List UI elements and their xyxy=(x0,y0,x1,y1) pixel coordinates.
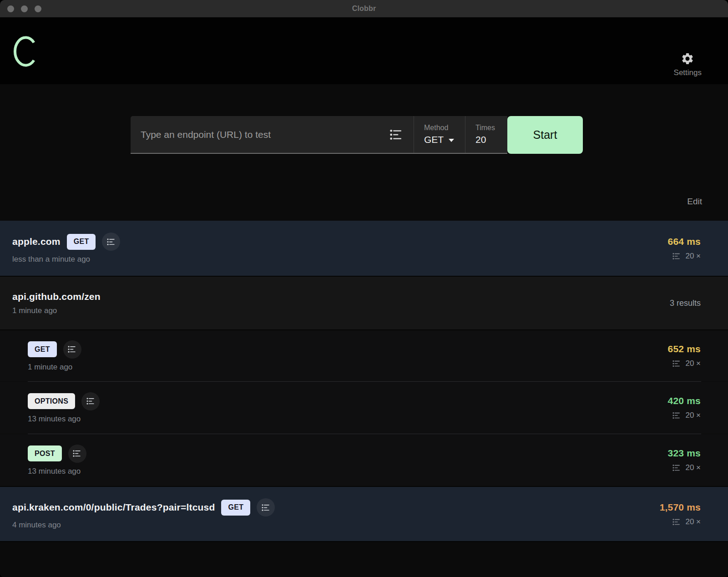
chevron-down-icon xyxy=(449,139,454,142)
duration-value: 323 ms xyxy=(668,448,701,459)
app-window: Clobbr Settings Method xyxy=(0,0,728,577)
gear-icon xyxy=(681,52,694,66)
time-ago: 13 minutes ago xyxy=(28,467,86,476)
iterations-count: 20 × xyxy=(685,252,701,261)
duration-value: 1,570 ms xyxy=(660,502,701,513)
settings-label: Settings xyxy=(674,68,702,77)
time-ago: less than a minute ago xyxy=(12,255,120,264)
method-select[interactable]: Method GET xyxy=(414,116,465,153)
method-value: GET xyxy=(424,134,444,145)
iterations-count: 20 × xyxy=(685,463,701,472)
endpoint-row-kraken[interactable]: api.kraken.com/0/public/Trades?pair=ltcu… xyxy=(0,486,728,541)
times-label: Times xyxy=(475,124,507,132)
result-subrow-options[interactable]: OPTIONS 13 minutes ago 420 ms 20 × xyxy=(0,382,728,434)
iterations-icon xyxy=(672,411,681,420)
endpoint-toolbar: Method GET Times 20 Start xyxy=(131,116,583,154)
results-count: 3 results xyxy=(670,299,701,308)
url-input[interactable] xyxy=(132,129,389,140)
iterations-count: 20 × xyxy=(685,411,701,420)
iterations: 20 × xyxy=(672,463,701,472)
app-header: Settings xyxy=(0,17,728,84)
iterations-icon xyxy=(672,463,681,472)
equalizer-icon xyxy=(72,449,82,458)
result-subrow-post[interactable]: POST 13 minutes ago 323 ms 20 × xyxy=(0,434,728,486)
minimize-button[interactable] xyxy=(21,5,28,12)
equalizer-icon xyxy=(261,503,271,512)
endpoint-url: api.github.com/zen xyxy=(12,291,101,302)
edit-button[interactable]: Edit xyxy=(687,197,702,206)
endpoint-url: apple.com xyxy=(12,236,61,247)
configure-icon-button[interactable] xyxy=(257,498,275,516)
equalizer-icon xyxy=(86,396,96,406)
duration-value: 420 ms xyxy=(668,395,701,406)
iterations-icon xyxy=(672,517,681,526)
equalizer-icon xyxy=(67,344,77,354)
traffic-lights xyxy=(7,0,41,17)
endpoint-row-apple[interactable]: apple.com GET less than a minute ago 664… xyxy=(0,221,728,276)
times-value: 20 xyxy=(475,134,507,145)
equalizer-icon xyxy=(106,237,116,247)
configure-icon-button[interactable] xyxy=(63,340,81,359)
start-button[interactable]: Start xyxy=(507,116,583,154)
configure-icon-button[interactable] xyxy=(81,392,100,410)
zoom-button[interactable] xyxy=(35,5,41,12)
endpoint-row-github[interactable]: api.github.com/zen 1 minute ago 3 result… xyxy=(0,276,728,329)
url-input-segment xyxy=(131,116,414,153)
close-button[interactable] xyxy=(7,5,14,12)
time-ago: 13 minutes ago xyxy=(28,415,100,424)
titlebar: Clobbr xyxy=(0,0,728,17)
configure-icon-button[interactable] xyxy=(68,445,86,463)
times-field[interactable]: Times 20 xyxy=(465,116,507,153)
endpoint-url: api.kraken.com/0/public/Trades?pair=ltcu… xyxy=(12,502,215,513)
method-chip: GET xyxy=(28,341,57,357)
method-label: Method xyxy=(424,124,465,132)
method-chip: OPTIONS xyxy=(28,393,75,409)
configure-request-icon[interactable] xyxy=(389,127,404,142)
duration-value: 664 ms xyxy=(668,236,701,247)
method-chip: GET xyxy=(67,234,96,250)
iterations: 20 × xyxy=(672,411,701,420)
iterations-count: 20 × xyxy=(685,359,701,368)
time-ago: 4 minutes ago xyxy=(12,521,275,530)
iterations: 20 × xyxy=(672,517,701,526)
clobbr-logo-icon xyxy=(13,35,37,67)
iterations-icon xyxy=(672,359,681,368)
window-title: Clobbr xyxy=(352,5,376,13)
results-list: apple.com GET less than a minute ago 664… xyxy=(0,221,728,541)
time-ago: 1 minute ago xyxy=(28,363,81,372)
iterations-count: 20 × xyxy=(685,517,701,526)
configure-icon-button[interactable] xyxy=(102,233,120,251)
duration-value: 652 ms xyxy=(668,344,701,354)
method-chip: POST xyxy=(28,445,62,461)
footer-spacer xyxy=(0,541,728,577)
iterations-icon xyxy=(672,252,681,261)
main-content: Method GET Times 20 Start Edit xyxy=(0,84,728,577)
list-actions: Edit xyxy=(0,197,728,208)
iterations: 20 × xyxy=(672,359,701,368)
result-subrow-get[interactable]: GET 1 minute ago 652 ms 20 × xyxy=(0,329,728,381)
time-ago: 1 minute ago xyxy=(12,306,101,315)
method-chip: GET xyxy=(221,500,250,516)
settings-button[interactable]: Settings xyxy=(674,52,702,77)
iterations: 20 × xyxy=(672,252,701,261)
